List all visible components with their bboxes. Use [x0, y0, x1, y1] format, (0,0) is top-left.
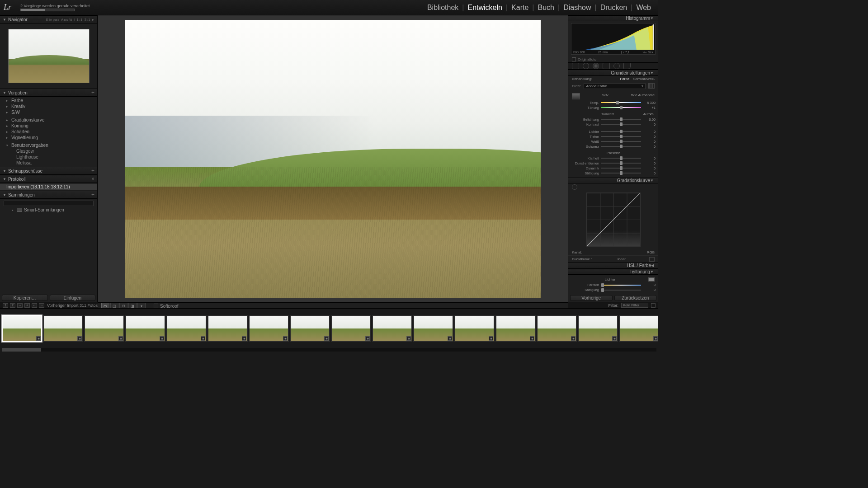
- fs-nav-button[interactable]: ←: [32, 303, 37, 308]
- navigator-zoom-modes[interactable]: Einpas Ausfüll 1:1 3:1 ▸: [46, 18, 94, 22]
- slider-klarheit[interactable]: Klarheit0: [571, 156, 656, 161]
- redeye-tool[interactable]: [593, 63, 599, 69]
- hsl-header[interactable]: HSL / Farbe ◀: [568, 263, 658, 268]
- curve-mode-icon[interactable]: [649, 257, 655, 262]
- add-preset-button[interactable]: +: [91, 89, 94, 96]
- filmstrip-thumb[interactable]: ◉: [2, 315, 42, 342]
- slider-value[interactable]: 0: [643, 140, 656, 144]
- graduated-filter-tool[interactable]: [603, 63, 610, 69]
- slider-belichtung[interactable]: Belichtung0,00: [571, 117, 656, 122]
- fs-nav-button[interactable]: 2: [10, 303, 15, 308]
- fs-nav-button[interactable]: ↔: [17, 303, 23, 308]
- slider-value[interactable]: 0: [643, 166, 656, 170]
- softproof-toggle[interactable]: Softproof: [154, 304, 179, 309]
- previous-button[interactable]: Vorherige: [570, 295, 613, 301]
- add-collection-button[interactable]: +: [91, 192, 94, 198]
- filmstrip-thumb[interactable]: ◉: [578, 315, 618, 342]
- filmstrip-thumb[interactable]: ◉: [166, 315, 207, 342]
- slider-value[interactable]: 0: [643, 161, 656, 165]
- histogram-header[interactable]: Histogramm ▼: [568, 15, 658, 21]
- filmstrip-thumb[interactable]: ◉: [84, 315, 124, 342]
- preset-item[interactable]: ▸Gradationskurve: [0, 117, 97, 123]
- tint-slider[interactable]: Tönung +1: [571, 105, 656, 110]
- fs-nav-button[interactable]: +: [24, 303, 30, 308]
- navigator-preview[interactable]: [8, 29, 90, 83]
- filmstrip-thumb[interactable]: ◉: [454, 315, 495, 342]
- navigator-header[interactable]: ▼ Navigator Einpas Ausfüll 1:1 3:1 ▸: [0, 15, 97, 23]
- preset-item[interactable]: ▸S/W: [0, 109, 97, 115]
- slider-dunst-entfernen[interactable]: Dunst entfernen0: [571, 161, 656, 166]
- module-tab-bibliothek[interactable]: Bibliothek: [424, 4, 462, 12]
- slider-lichter[interactable]: Lichter0: [571, 129, 656, 134]
- auto-tone-button[interactable]: Autom.: [643, 112, 655, 116]
- slider-value[interactable]: +1: [643, 106, 656, 110]
- filmstrip-scrollbar[interactable]: [2, 348, 656, 352]
- module-tab-drucken[interactable]: Drucken: [597, 4, 631, 12]
- original-photo-toggle[interactable]: Originalfoto: [568, 56, 658, 62]
- filmstrip[interactable]: ◉◉◉◉◉◉◉◉◉◉◉◉◉◉◉◉: [0, 308, 658, 352]
- treatment-color[interactable]: Farbe: [620, 77, 630, 81]
- tonecurve-header[interactable]: Gradationskurve ▼: [568, 178, 658, 183]
- snapshots-header[interactable]: ▼ Schnappschüsse +: [0, 167, 97, 175]
- reset-button[interactable]: Zurücksetzen: [614, 295, 657, 301]
- history-item[interactable]: Importieren (13.11.18 13:12:11): [0, 184, 97, 190]
- module-tab-entwickeln[interactable]: Entwickeln: [464, 4, 505, 12]
- preset-item[interactable]: ▸Schärfen: [0, 129, 97, 135]
- basic-header[interactable]: Grundeinstellungen ▼: [568, 70, 658, 75]
- tat-icon[interactable]: [572, 184, 577, 190]
- slider-kontrast[interactable]: Kontrast0: [571, 122, 656, 127]
- splittone-header[interactable]: Teiltonung ▼: [568, 269, 658, 275]
- filmstrip-thumb[interactable]: ◉: [372, 315, 412, 342]
- filmstrip-thumb[interactable]: ◉: [43, 315, 83, 342]
- slider-value[interactable]: 0: [643, 288, 656, 292]
- slider-value[interactable]: 0,00: [643, 117, 656, 122]
- filter-lock-icon[interactable]: [651, 303, 656, 308]
- profile-browser-icon[interactable]: [648, 83, 655, 89]
- filmstrip-thumb[interactable]: ◉: [413, 315, 453, 342]
- collections-header[interactable]: ▼ Sammlungen +: [0, 191, 97, 199]
- slider-value[interactable]: 0: [643, 171, 656, 175]
- channel-select[interactable]: RGB: [647, 250, 655, 254]
- collection-item[interactable]: ▸ Smart-Sammlungen: [0, 207, 97, 213]
- slider-value[interactable]: 0: [643, 122, 656, 127]
- slider-tiefen[interactable]: Tiefen0: [571, 134, 656, 139]
- fs-nav-button[interactable]: →: [39, 303, 44, 308]
- profile-select[interactable]: Adobe Farbe ▾: [584, 83, 646, 89]
- preset-item[interactable]: ▸Körnung: [0, 123, 97, 129]
- filmstrip-thumb[interactable]: ◉: [619, 315, 658, 342]
- filmstrip-thumb[interactable]: ◉: [125, 315, 165, 342]
- preset-item[interactable]: ▾Benutzervorgaben: [0, 142, 97, 148]
- preset-item[interactable]: Glasgow: [0, 148, 97, 154]
- slider-weiß[interactable]: Weiß0: [571, 139, 656, 144]
- filter-select[interactable]: Kein Filter: [621, 303, 648, 308]
- tone-curve-editor[interactable]: [586, 192, 641, 247]
- crop-tool[interactable]: [572, 63, 579, 69]
- collections-search[interactable]: [4, 201, 94, 206]
- paste-settings-button[interactable]: Einfügen: [50, 295, 96, 301]
- add-snapshot-button[interactable]: +: [91, 168, 94, 174]
- preset-item[interactable]: ▸Kreativ: [0, 103, 97, 109]
- slider-dynamik[interactable]: Dynamik0: [571, 166, 656, 171]
- image-viewport[interactable]: [98, 15, 568, 302]
- wb-preset-select[interactable]: Wie Aufnahme: [631, 93, 655, 99]
- module-tab-buch[interactable]: Buch: [534, 4, 558, 12]
- slider-sättigung[interactable]: Sättigung0: [571, 287, 656, 292]
- slider-value[interactable]: 0: [643, 156, 656, 160]
- preset-item[interactable]: Lighthouse: [0, 154, 97, 160]
- slider-value[interactable]: 0: [643, 130, 656, 134]
- clear-history-button[interactable]: ×: [91, 176, 94, 182]
- slider-sättigung[interactable]: Sättigung0: [571, 171, 656, 176]
- history-header[interactable]: ▼ Protokoll ×: [0, 175, 97, 183]
- filmstrip-thumb[interactable]: ◉: [249, 315, 289, 342]
- copy-settings-button[interactable]: Kopieren…: [2, 295, 48, 301]
- spot-removal-tool[interactable]: [583, 63, 589, 69]
- brush-tool[interactable]: [623, 63, 631, 69]
- slider-value[interactable]: 0: [643, 145, 656, 149]
- module-tab-diashow[interactable]: Diashow: [560, 4, 594, 12]
- slider-value[interactable]: 0: [643, 283, 656, 287]
- filmstrip-thumb[interactable]: ◉: [495, 315, 536, 342]
- pointcurve-select[interactable]: Linear: [616, 257, 626, 262]
- slider-value[interactable]: 0: [643, 135, 656, 139]
- histogram-display[interactable]: ISO 100 26 mm ƒ / 7,1 ¹⁄₆₀ Sek: [571, 23, 656, 55]
- filmstrip-thumb[interactable]: ◉: [537, 315, 577, 342]
